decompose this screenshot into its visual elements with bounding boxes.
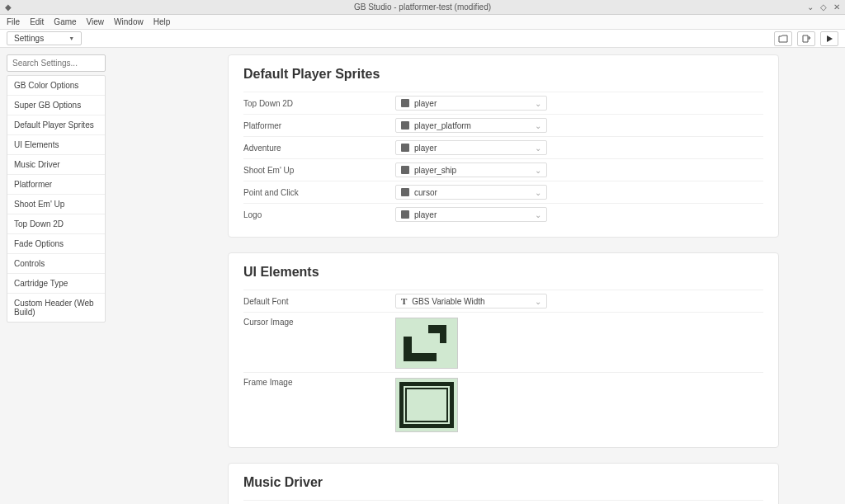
nav-controls[interactable]: Controls xyxy=(7,254,105,274)
play-icon xyxy=(825,35,833,43)
menu-help[interactable]: Help xyxy=(153,17,171,26)
nav-fade[interactable]: Fade Options xyxy=(7,234,105,254)
section-title: Default Player Sprites xyxy=(243,67,763,82)
row-shoot-em-up: Shoot Em' Up player_ship xyxy=(243,158,763,181)
row-cursor-image: Cursor Image xyxy=(243,312,763,372)
search-input[interactable] xyxy=(7,54,106,72)
section-title: Music Driver xyxy=(243,475,763,490)
export-icon xyxy=(801,35,811,43)
toolbar: Settings xyxy=(0,30,845,48)
select-value: player_ship xyxy=(414,166,456,175)
select-value: player xyxy=(414,210,437,219)
nav-custom-header[interactable]: Custom Header (Web Build) xyxy=(7,294,105,322)
sprite-select-pointclick[interactable]: cursor xyxy=(395,185,547,200)
row-logo: Logo player xyxy=(243,203,763,225)
sprite-icon xyxy=(401,99,409,107)
card-ui-elements: UI Elements Default Font TGBS Variable W… xyxy=(228,252,779,448)
sprite-select-adventure[interactable]: player xyxy=(395,140,547,155)
nav-ui-elements[interactable]: UI Elements xyxy=(7,135,105,155)
card-music-driver: Music Driver Music Driver hUGEDriver xyxy=(228,463,779,504)
menu-edit[interactable]: Edit xyxy=(30,17,44,26)
settings-sidebar: GB Color Options Super GB Options Defaul… xyxy=(0,48,112,504)
app-icon: ◆ xyxy=(5,2,12,12)
select-value: player xyxy=(414,99,437,108)
card-default-sprites: Default Player Sprites Top Down 2D playe… xyxy=(228,54,779,238)
sprite-select-top-down[interactable]: player xyxy=(395,96,547,111)
field-label: Adventure xyxy=(243,144,395,153)
folder-icon xyxy=(778,35,788,43)
nav-platformer[interactable]: Platformer xyxy=(7,175,105,195)
play-button[interactable] xyxy=(820,31,838,46)
field-label: Default Font xyxy=(243,297,395,306)
sprite-icon xyxy=(401,144,409,152)
select-value: player xyxy=(414,144,437,153)
cursor-image-preview[interactable] xyxy=(395,318,458,369)
row-top-down: Top Down 2D player xyxy=(243,92,763,114)
maximize-button[interactable]: ◇ xyxy=(820,2,827,12)
menubar: File Edit Game View Window Help xyxy=(0,15,845,30)
font-icon: T xyxy=(401,296,407,306)
nav-default-sprites[interactable]: Default Player Sprites xyxy=(7,115,105,135)
window-title: GB Studio - platformer-test (modified) xyxy=(354,2,491,12)
row-adventure: Adventure player xyxy=(243,136,763,158)
sprite-icon xyxy=(401,210,409,219)
sprite-select-shootemup[interactable]: player_ship xyxy=(395,163,547,177)
field-label: Shoot Em' Up xyxy=(243,166,395,175)
minimize-button[interactable]: ⌄ xyxy=(807,2,814,12)
nav-cartridge[interactable]: Cartridge Type xyxy=(7,274,105,294)
menu-view[interactable]: View xyxy=(87,17,105,26)
field-label: Point and Click xyxy=(243,188,395,197)
settings-nav: GB Color Options Super GB Options Defaul… xyxy=(7,75,106,323)
select-value: GBS Variable Width xyxy=(412,297,484,306)
sprite-select-platformer[interactable]: player_platform xyxy=(395,118,547,133)
row-default-font: Default Font TGBS Variable Width xyxy=(243,290,763,312)
nav-top-down[interactable]: Top Down 2D xyxy=(7,214,105,234)
close-button[interactable]: ✕ xyxy=(833,2,840,12)
field-label: Logo xyxy=(243,210,395,219)
menu-game[interactable]: Game xyxy=(54,17,76,26)
frame-image-preview[interactable] xyxy=(395,378,458,432)
frame-icon xyxy=(399,382,454,428)
menu-window[interactable]: Window xyxy=(114,17,144,26)
row-platformer: Platformer player_platform xyxy=(243,114,763,136)
row-point-click: Point and Click cursor xyxy=(243,181,763,203)
nav-super-gb[interactable]: Super GB Options xyxy=(7,96,105,115)
select-value: cursor xyxy=(414,188,437,197)
font-select[interactable]: TGBS Variable Width xyxy=(395,294,547,309)
view-dropdown[interactable]: Settings xyxy=(7,31,82,45)
settings-content[interactable]: Default Player Sprites Top Down 2D playe… xyxy=(112,48,845,504)
sprite-icon xyxy=(401,166,409,174)
nav-music-driver[interactable]: Music Driver xyxy=(7,155,105,175)
folder-button[interactable] xyxy=(774,31,792,46)
sprite-icon xyxy=(401,188,409,196)
nav-shoot-em-up[interactable]: Shoot Em' Up xyxy=(7,195,105,214)
view-dropdown-label: Settings xyxy=(14,34,44,43)
window-titlebar: ◆ GB Studio - platformer-test (modified)… xyxy=(0,0,845,15)
field-label: Top Down 2D xyxy=(243,99,395,108)
sprite-select-logo[interactable]: player xyxy=(395,207,547,222)
menu-file[interactable]: File xyxy=(7,17,20,26)
cursor-icon xyxy=(404,325,450,361)
export-button[interactable] xyxy=(797,31,815,46)
nav-gb-color[interactable]: GB Color Options xyxy=(7,76,105,96)
sprite-icon xyxy=(401,121,409,130)
row-frame-image: Frame Image xyxy=(243,372,763,436)
select-value: player_platform xyxy=(414,121,471,130)
field-label: Cursor Image xyxy=(243,318,395,327)
field-label: Frame Image xyxy=(243,378,395,387)
row-music-driver: Music Driver hUGEDriver xyxy=(243,500,763,504)
field-label: Platformer xyxy=(243,121,395,130)
section-title: UI Elements xyxy=(243,265,763,280)
